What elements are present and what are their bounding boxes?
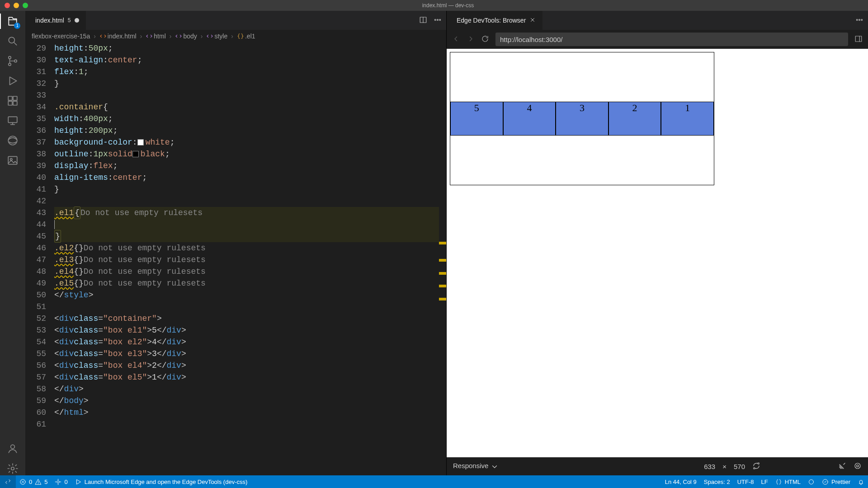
- breadcrumbs[interactable]: flexbox-exercise-15a› index.html› html› …: [25, 30, 446, 42]
- svg-point-21: [861, 19, 863, 20]
- preview-box: 3: [556, 102, 609, 136]
- launch-edge-button[interactable]: Launch Microsoft Edge and open the Edge …: [71, 475, 251, 488]
- settings-gear-icon[interactable]: [6, 462, 19, 475]
- remote-button[interactable]: [0, 475, 16, 488]
- svg-rect-4: [8, 96, 12, 100]
- edge-tools-icon[interactable]: [6, 134, 19, 147]
- ports-button[interactable]: 0: [51, 475, 71, 488]
- run-debug-icon[interactable]: [6, 74, 19, 88]
- window-title: index.html — dev-css: [28, 2, 868, 9]
- svg-rect-10: [8, 156, 17, 164]
- brace-icon: [237, 33, 244, 40]
- svg-point-16: [437, 19, 439, 20]
- prettier-button[interactable]: Prettier: [818, 475, 854, 488]
- svg-point-19: [856, 19, 858, 20]
- svg-rect-22: [855, 36, 862, 42]
- problems-button[interactable]: 0 5: [16, 475, 51, 488]
- indent-button[interactable]: Spaces: 2: [700, 475, 734, 488]
- breadcrumb-file[interactable]: index.html: [108, 33, 137, 40]
- tab-bar-left: index.html 5: [25, 11, 446, 30]
- screencast-icon[interactable]: [838, 462, 846, 471]
- breadcrumb-seg[interactable]: body: [183, 33, 197, 40]
- search-icon[interactable]: [6, 34, 19, 48]
- dock-icon[interactable]: [854, 35, 863, 44]
- html-file-icon: [99, 33, 107, 40]
- breadcrumb-seg[interactable]: style: [214, 33, 227, 40]
- remote-explorer-icon[interactable]: [6, 114, 19, 127]
- window-controls: [5, 3, 28, 8]
- breadcrumb-seg[interactable]: .el1: [245, 33, 255, 40]
- more-actions-icon[interactable]: [434, 16, 442, 25]
- reload-icon[interactable]: [481, 35, 489, 44]
- minimize-window-icon[interactable]: [14, 3, 19, 8]
- maximize-window-icon[interactable]: [23, 3, 28, 8]
- more-actions-icon[interactable]: [855, 16, 863, 25]
- viewport-height[interactable]: 570: [734, 463, 745, 470]
- svg-point-12: [11, 445, 15, 449]
- breadcrumb-seg[interactable]: html: [154, 33, 165, 40]
- accounts-icon[interactable]: [6, 442, 19, 455]
- viewport-mode[interactable]: Responsive: [453, 462, 499, 470]
- explorer-badge: 1: [14, 23, 20, 29]
- split-editor-icon[interactable]: [419, 16, 427, 25]
- svg-rect-6: [8, 101, 12, 105]
- svg-rect-7: [13, 101, 17, 105]
- tab-index-html[interactable]: index.html 5: [25, 11, 86, 30]
- svg-point-27: [809, 479, 814, 484]
- extensions-icon[interactable]: [6, 94, 19, 108]
- image-icon[interactable]: [6, 154, 19, 167]
- activity-bar: 1: [0, 11, 25, 475]
- status-bar: 0 5 0 Launch Microsoft Edge and open the…: [0, 475, 868, 488]
- go-live-button[interactable]: [804, 475, 818, 488]
- svg-rect-8: [8, 117, 17, 122]
- browser-toolbar: http://localhost:3000/: [447, 30, 868, 49]
- editor-group-left: index.html 5 flexbox-exercise-15a› index…: [25, 11, 447, 475]
- language-mode-button[interactable]: HTML: [772, 475, 804, 488]
- tab-title: Edge DevTools: Browser: [457, 17, 526, 24]
- tab-filename: index.html: [35, 17, 64, 24]
- symbol-icon: [175, 33, 182, 40]
- explorer-icon[interactable]: 1: [6, 14, 19, 28]
- svg-point-3: [14, 60, 17, 62]
- close-window-icon[interactable]: [5, 3, 10, 8]
- svg-point-20: [859, 19, 860, 20]
- code-body[interactable]: height:50px; text-align: center; flex: 1…: [54, 42, 446, 475]
- encoding-button[interactable]: UTF-8: [734, 475, 758, 488]
- svg-rect-5: [13, 96, 17, 100]
- code-editor[interactable]: 2930313233343536373839404142434445464748…: [25, 42, 446, 475]
- tab-dirty-dot-icon: [75, 18, 79, 23]
- close-icon[interactable]: [529, 17, 536, 24]
- notifications-icon[interactable]: [854, 475, 868, 488]
- preview-box: 4: [503, 102, 556, 136]
- titlebar: index.html — dev-css: [0, 0, 868, 11]
- preview-box: 5: [450, 102, 503, 136]
- url-text: http://localhost:3000/: [500, 36, 562, 43]
- viewport-width[interactable]: 633: [704, 463, 715, 470]
- svg-point-24: [857, 465, 859, 467]
- editor-group-right: Edge DevTools: Browser http://localhost:…: [447, 11, 868, 475]
- source-control-icon[interactable]: [6, 54, 19, 68]
- preview-status-bar: Responsive 633 × 570: [447, 457, 868, 475]
- tab-diagnostic-count: 5: [68, 17, 71, 23]
- eol-button[interactable]: LF: [758, 475, 772, 488]
- cursor-position[interactable]: Ln 44, Col 9: [661, 475, 700, 488]
- forward-icon[interactable]: [467, 35, 475, 44]
- symbol-icon: [146, 33, 153, 40]
- preview-box: 1: [661, 102, 714, 136]
- browser-preview[interactable]: 5 4 3 2 1: [447, 49, 868, 457]
- overview-ruler[interactable]: [439, 42, 446, 475]
- line-gutter: 2930313233343536373839404142434445464748…: [25, 42, 54, 475]
- inspect-icon[interactable]: [854, 462, 862, 471]
- svg-point-23: [855, 463, 860, 469]
- symbol-icon: [206, 33, 213, 40]
- url-input[interactable]: http://localhost:3000/: [495, 33, 848, 46]
- back-icon[interactable]: [452, 35, 460, 44]
- svg-point-13: [11, 467, 14, 470]
- rotate-icon[interactable]: [752, 462, 760, 471]
- svg-point-0: [9, 37, 14, 43]
- viewport-sep: ×: [722, 463, 726, 470]
- preview-box: 2: [609, 102, 661, 136]
- tab-bar-right: Edge DevTools: Browser: [447, 11, 868, 30]
- breadcrumb-folder[interactable]: flexbox-exercise-15a: [32, 33, 90, 40]
- tab-edge-devtools[interactable]: Edge DevTools: Browser: [447, 11, 542, 30]
